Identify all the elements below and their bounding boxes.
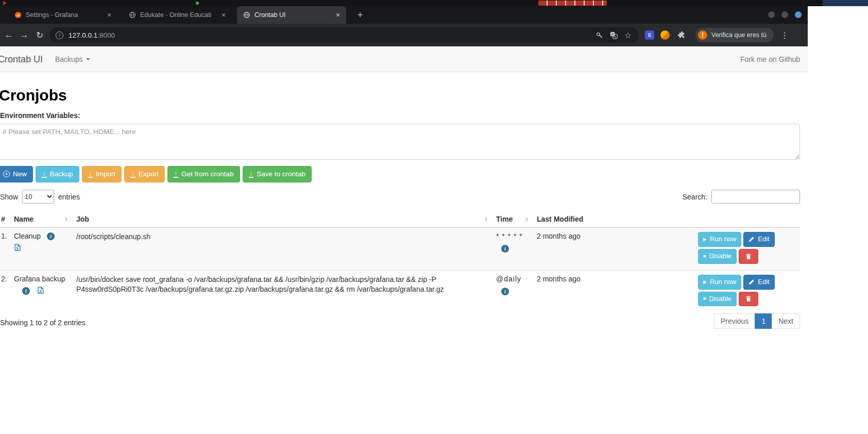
button-label: Run now xyxy=(710,277,736,287)
cronjobs-table: # Name Job Time Last Modified xyxy=(0,211,800,312)
button-label: Disable xyxy=(709,252,731,261)
button-label: Export xyxy=(139,169,159,179)
play-icon xyxy=(703,236,707,243)
close-icon[interactable] xyxy=(105,11,113,19)
log-file-icon[interactable] xyxy=(14,244,21,253)
job-name: Cleanup xyxy=(14,232,41,240)
screen: Settings - Grafana Edukate - Online Educ… xyxy=(0,0,868,434)
export-button[interactable]: Export xyxy=(124,166,165,182)
backups-menu[interactable]: Backups xyxy=(55,46,90,72)
table-row: 2. Grafana backup xyxy=(0,270,800,312)
button-label: Import xyxy=(96,169,115,179)
row-index: 1. xyxy=(0,227,10,270)
import-icon xyxy=(88,171,93,178)
window-controls xyxy=(768,11,802,18)
next-page-button[interactable]: Next xyxy=(772,313,800,329)
header-name[interactable]: Name xyxy=(10,211,72,227)
tab-bar: Settings - Grafana Edukate - Online Educ… xyxy=(0,6,808,24)
close-window-button[interactable] xyxy=(795,11,802,18)
info-icon[interactable] xyxy=(501,245,509,253)
play-icon xyxy=(3,1,7,5)
grafana-favicon xyxy=(14,11,22,19)
page-size-select[interactable]: 10 xyxy=(22,190,54,204)
forward-icon[interactable] xyxy=(16,27,32,43)
delete-button[interactable] xyxy=(739,292,758,307)
save-to-crontab-button[interactable]: Save to crontab xyxy=(243,166,312,182)
table-row: 1. Cleanup /root xyxy=(0,227,800,270)
header-time[interactable]: Time xyxy=(492,211,533,227)
entries-summary: Showing 1 to 2 of 2 entries xyxy=(0,319,86,327)
env-variables-input[interactable] xyxy=(0,124,800,160)
job-command: /usr/bin/docker save root_grafana -o /va… xyxy=(72,270,492,312)
log-file-icon[interactable] xyxy=(37,287,44,295)
previous-page-button[interactable]: Previous xyxy=(714,313,755,329)
backup-button[interactable]: Backup xyxy=(36,166,79,182)
page-1-button[interactable]: 1 xyxy=(755,313,772,329)
page-title: Cronjobs xyxy=(0,87,67,104)
save-icon xyxy=(42,171,47,178)
search-input[interactable] xyxy=(711,190,800,204)
run-now-button[interactable]: Run now xyxy=(698,275,741,290)
translate-icon[interactable]: Aa xyxy=(609,30,618,40)
bookmark-star-icon[interactable] xyxy=(623,30,633,40)
tab-title: Crontab UI xyxy=(254,11,330,19)
header-job[interactable]: Job xyxy=(72,211,492,227)
header-actions xyxy=(694,211,800,227)
last-modified: 2 months ago xyxy=(533,227,694,270)
tab-edukate[interactable]: Edukate - Online Educati xyxy=(123,6,232,24)
password-key-icon[interactable] xyxy=(594,30,604,40)
info-icon[interactable] xyxy=(22,287,30,295)
extension-icon[interactable] xyxy=(660,30,670,40)
row-index: 2. xyxy=(0,270,10,312)
profile-chip[interactable]: Verifica que eres tú xyxy=(695,28,774,42)
menu-kebab-icon[interactable] xyxy=(777,27,792,43)
search-control: Search: xyxy=(683,190,800,204)
url-text: 127.0.0.1:8000 xyxy=(69,31,115,39)
disable-button[interactable]: Disable xyxy=(698,292,737,307)
disable-button[interactable]: Disable xyxy=(698,249,737,264)
maximize-button[interactable] xyxy=(781,11,788,18)
new-tab-button[interactable] xyxy=(353,8,367,22)
close-icon[interactable] xyxy=(334,11,342,19)
delete-button[interactable] xyxy=(739,249,758,264)
tab-title: Settings - Grafana xyxy=(26,11,101,19)
close-icon[interactable] xyxy=(219,11,228,19)
new-button[interactable]: New xyxy=(0,166,33,182)
extensions-puzzle-icon[interactable] xyxy=(676,29,687,41)
schedule-value: * * * * * xyxy=(496,232,529,240)
button-label: Edit xyxy=(758,235,769,244)
page-viewport: Crontab UI Backups Fork me on Github Cro… xyxy=(0,46,808,434)
edit-button[interactable]: Edit xyxy=(743,232,774,247)
get-from-crontab-button[interactable]: Get from crontab xyxy=(167,166,240,182)
sort-icon[interactable] xyxy=(64,216,68,222)
minimize-button[interactable] xyxy=(768,11,775,18)
site-info-icon[interactable] xyxy=(56,31,63,39)
back-icon[interactable] xyxy=(1,27,16,43)
tab-crontab-ui[interactable]: Crontab UI xyxy=(237,6,346,24)
edit-button[interactable]: Edit xyxy=(743,275,774,290)
header-last-modified[interactable]: Last Modified xyxy=(533,211,694,227)
button-label: New xyxy=(13,169,27,179)
run-now-button[interactable]: Run now xyxy=(698,232,741,247)
pencil-icon xyxy=(748,236,755,242)
reload-icon[interactable] xyxy=(32,27,47,43)
search-label: Search: xyxy=(683,193,707,201)
brand-link[interactable]: Crontab UI xyxy=(0,46,43,72)
browser-window: Settings - Grafana Edukate - Online Educ… xyxy=(0,6,808,434)
stop-icon xyxy=(703,295,706,302)
button-label: Get from crontab xyxy=(181,169,233,179)
play-icon xyxy=(703,279,707,286)
globe-icon xyxy=(243,11,250,19)
address-bar[interactable]: 127.0.0.1:8000 Aa xyxy=(49,27,639,43)
extension-badge[interactable]: 6 xyxy=(645,30,654,40)
tab-settings-grafana[interactable]: Settings - Grafana xyxy=(8,6,117,24)
fork-link[interactable]: Fork me on Github xyxy=(740,46,800,72)
export-icon xyxy=(130,171,135,178)
upload-icon xyxy=(174,171,179,178)
info-icon[interactable] xyxy=(47,232,55,240)
import-button[interactable]: Import xyxy=(82,166,122,182)
sort-icon[interactable] xyxy=(525,216,529,222)
header-index[interactable]: # xyxy=(0,211,10,227)
info-icon[interactable] xyxy=(501,288,509,295)
sort-icon[interactable] xyxy=(484,216,488,222)
